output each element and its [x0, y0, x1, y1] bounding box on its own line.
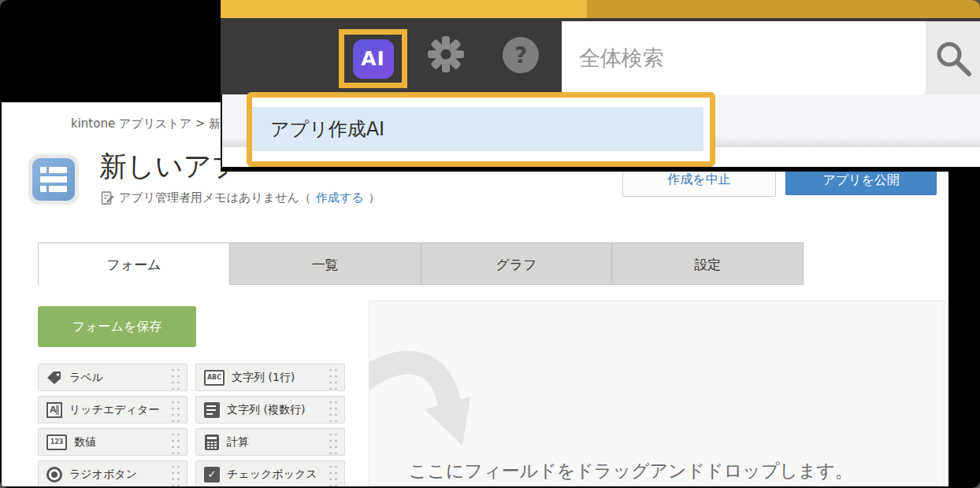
- number-123-icon: 123: [46, 434, 67, 450]
- palette-item-checkbox[interactable]: ✓ チェックボックス: [195, 460, 345, 486]
- drop-hint-arrow-icon: [369, 345, 519, 471]
- tab-list[interactable]: 一覧: [229, 242, 421, 285]
- drag-handle[interactable]: [170, 399, 181, 422]
- page-title: 新しいアプリ: [99, 148, 227, 189]
- tag-icon: [46, 370, 62, 386]
- overlay-left-edge: [221, 94, 222, 172]
- tab-settings[interactable]: 設定: [611, 242, 804, 285]
- drop-area-hint-text: ここにフィールドをドラッグアンドドロップします。: [409, 459, 853, 483]
- abc-icon: ABC: [204, 370, 225, 386]
- drag-handle[interactable]: [170, 464, 181, 486]
- app-icon: [28, 154, 79, 205]
- multiline-text-icon: [204, 402, 220, 418]
- ai-dropdown-highlight-box: アプリ作成AI: [247, 92, 715, 167]
- palette-item-number[interactable]: 123 数値: [38, 428, 187, 456]
- ai-button-highlight-box: AI: [339, 29, 407, 88]
- memo-suffix: ）: [369, 190, 380, 205]
- drag-handle[interactable]: [328, 464, 339, 486]
- palette-item-radio-button[interactable]: ラジオボタン: [38, 460, 187, 486]
- tab-graph[interactable]: グラフ: [421, 242, 613, 285]
- gear-icon[interactable]: [427, 35, 465, 73]
- memo-create-link[interactable]: 作成する: [316, 190, 364, 205]
- app-form-glyph: [32, 158, 75, 201]
- global-header: AI ?: [221, 18, 980, 94]
- breadcrumb[interactable]: kintone アプリストア > 新しいアプリ: [71, 116, 222, 134]
- rich-text-icon: A: [46, 402, 62, 418]
- tab-form[interactable]: フォーム: [38, 242, 230, 285]
- palette-item-multiline-text[interactable]: 文字列 (複数行): [195, 396, 345, 423]
- memo-text: アプリ管理者用メモはありません（: [119, 190, 311, 205]
- drag-handle[interactable]: [170, 431, 181, 454]
- kintone-top-stripe: [221, 0, 980, 18]
- global-search[interactable]: [562, 21, 926, 94]
- palette-item-calculation[interactable]: 計算: [195, 428, 345, 456]
- radio-button-icon: [46, 467, 62, 482]
- drag-handle[interactable]: [328, 431, 339, 454]
- calculator-icon: [204, 434, 220, 450]
- checkbox-icon: ✓: [204, 467, 220, 482]
- palette-item-rich-editor[interactable]: A リッチエディター: [38, 396, 187, 423]
- save-form-button[interactable]: フォームを保存: [38, 306, 196, 347]
- menu-item-app-creation-ai[interactable]: アプリ作成AI: [252, 107, 703, 151]
- search-input[interactable]: [562, 21, 926, 94]
- search-icon: [934, 39, 972, 77]
- drag-handle[interactable]: [170, 367, 181, 390]
- memo-icon: [101, 190, 114, 205]
- search-submit-area[interactable]: [926, 21, 980, 94]
- settings-tabs: フォーム 一覧 グラフ 設定: [38, 242, 804, 285]
- screenshot-canvas: kintone アプリストア > 新しいアプリ 新しいアプリ アプリ管理者用メモ…: [0, 0, 980, 488]
- drag-handle[interactable]: [328, 399, 339, 422]
- palette-item-single-line-text[interactable]: ABC 文字列 (1行): [195, 364, 345, 391]
- overlay-bottom-edge: [221, 167, 980, 172]
- header-overlay: AI ?: [221, 0, 980, 172]
- help-icon[interactable]: ?: [503, 37, 539, 73]
- drag-handle[interactable]: [328, 367, 339, 390]
- palette-item-label[interactable]: ラベル: [38, 364, 187, 391]
- ai-menu-button[interactable]: AI: [353, 39, 394, 79]
- admin-memo-line: アプリ管理者用メモはありません（作成する）: [101, 189, 380, 206]
- form-drop-area[interactable]: ここにフィールドをドラッグアンドドロップします。: [369, 301, 945, 486]
